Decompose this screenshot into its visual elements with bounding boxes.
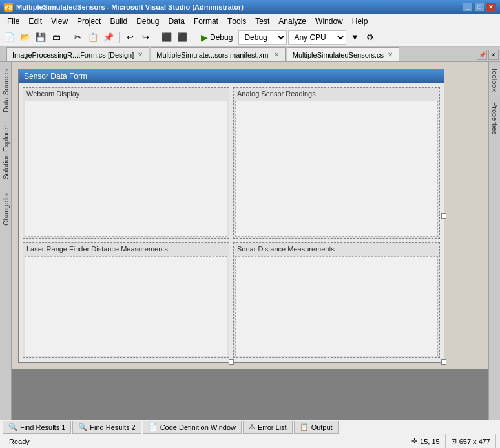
sidebar-data-sources[interactable]: Data Sources (0, 63, 12, 118)
analog-content (235, 101, 438, 237)
status-ready-text: Ready (9, 438, 30, 445)
output-label: Output (311, 423, 333, 431)
error-list-label: Error List (258, 423, 287, 431)
paste-button[interactable]: 📌 (101, 30, 116, 45)
main-layout: Data Sources Solution Explorer Changelis… (0, 62, 500, 420)
toolbar-extra2[interactable]: ⬛ (175, 30, 189, 45)
size-text: 657 x 477 (459, 438, 490, 445)
menu-build[interactable]: Build (105, 14, 132, 28)
new-button[interactable]: 📄 (3, 30, 17, 45)
cut-button[interactable]: ✂ (70, 30, 85, 45)
code-def-icon: 📄 (149, 423, 158, 431)
bottom-tab-find1[interactable]: 🔍 Find Results 1 (3, 421, 71, 434)
canvas-area: Sensor Data Form Webcam Display Analog S… (12, 62, 488, 420)
webcam-panel: Webcam Display (23, 87, 229, 239)
separator-1 (67, 32, 67, 43)
menu-analyze[interactable]: Analyze (274, 14, 311, 28)
app-icon: VS (4, 3, 13, 12)
analog-label: Analog Sensor Readings (234, 88, 439, 100)
find1-label: Find Results 1 (20, 423, 65, 431)
tab-image-processing-close[interactable]: ✕ (137, 50, 143, 59)
menu-edit[interactable]: Edit (24, 14, 47, 28)
tab-manifest-label: MultipleSimulate...sors.manifest.xml (156, 51, 269, 59)
tab-close-all-button[interactable]: ✕ (488, 50, 499, 60)
sonar-content (235, 256, 438, 356)
resize-handle-right[interactable] (441, 213, 446, 219)
menu-view[interactable]: View (47, 14, 72, 28)
menu-debug[interactable]: Debug (132, 14, 163, 28)
open-button[interactable]: 📂 (18, 30, 32, 45)
bottom-tab-output[interactable]: 📋 Output (294, 421, 339, 434)
copy-button[interactable]: 📋 (86, 30, 100, 45)
menu-project[interactable]: Project (72, 14, 105, 28)
laser-panel: Laser Range Finder Distance Measurements (23, 242, 229, 358)
tab-bar-actions: 📌 ✕ (477, 50, 499, 61)
bottom-tab-code-def[interactable]: 📄 Code Definition Window (143, 421, 242, 434)
menu-tools[interactable]: Tools (223, 14, 251, 28)
tab-image-processing[interactable]: ImageProcessingR...tForm.cs [Design] ✕ (6, 47, 149, 61)
tab-bar: ImageProcessingR...tForm.cs [Design] ✕ M… (0, 47, 500, 62)
toolbar: 📄 📂 💾 🗃 ✂ 📋 📌 ↩ ↪ ⬛ ⬛ ▶ Debug Debug Rele… (0, 28, 500, 47)
status-bar: Ready ✛ 15, 15 ⊡ 657 x 477 (0, 434, 500, 448)
title-bar: VS MultipleSimulatedSensors - Microsoft … (0, 0, 500, 14)
menu-data[interactable]: Data (164, 14, 189, 28)
form-designer: Sensor Data Form Webcam Display Analog S… (12, 62, 488, 369)
output-icon: 📋 (300, 423, 309, 431)
find2-icon: 🔍 (78, 423, 87, 431)
tab-manifest[interactable]: MultipleSimulate...sors.manifest.xml ✕ (151, 47, 285, 61)
laser-content (25, 256, 227, 356)
design-form[interactable]: Sensor Data Form Webcam Display Analog S… (18, 69, 444, 363)
form-body: Webcam Display Analog Sensor Readings La… (19, 83, 444, 362)
tab-manifest-close[interactable]: ✕ (273, 50, 280, 59)
menu-window[interactable]: Window (311, 14, 348, 28)
cpu-dropdown[interactable]: Any CPU x86 x64 (288, 30, 346, 45)
form-title: Sensor Data Form (24, 72, 87, 81)
size-icon: ⊡ (451, 437, 457, 445)
separator-4 (193, 32, 193, 43)
save-all-button[interactable]: 🗃 (49, 30, 63, 45)
resize-handle-bottom[interactable] (229, 359, 234, 365)
menu-test[interactable]: Test (251, 14, 274, 28)
menu-help[interactable]: Help (348, 14, 373, 28)
sonar-label: Sonar Distance Measurements (234, 243, 439, 255)
analog-panel: Analog Sensor Readings (233, 87, 440, 239)
redo-button[interactable]: ↪ (138, 30, 152, 45)
sidebar-changelist[interactable]: Changelist (0, 186, 12, 231)
save-button[interactable]: 💾 (34, 30, 48, 45)
position-icon: ✛ (411, 437, 417, 445)
sidebar-toolbox[interactable]: Toolbox (489, 62, 501, 97)
minimize-button[interactable]: _ (463, 3, 473, 12)
status-ready: Ready (4, 434, 406, 448)
left-panel: Data Sources Solution Explorer Changelis… (0, 62, 12, 420)
error-list-icon: ⚠ (249, 423, 255, 431)
menu-format[interactable]: Format (189, 14, 223, 28)
close-button[interactable]: ✕ (486, 3, 496, 12)
sonar-panel: Sonar Distance Measurements (233, 242, 440, 358)
config-manager-button[interactable]: ▼ (348, 30, 362, 45)
code-def-label: Code Definition Window (160, 423, 236, 431)
form-title-bar: Sensor Data Form (19, 69, 444, 83)
toolbar-extra1[interactable]: ⬛ (160, 30, 174, 45)
menu-file[interactable]: File (3, 14, 24, 28)
sidebar-solution-explorer[interactable]: Solution Explorer (0, 120, 12, 186)
undo-button[interactable]: ↩ (123, 30, 137, 45)
menu-bar: File Edit View Project Build Debug Data … (0, 14, 500, 28)
attach-button[interactable]: ⚙ (363, 30, 377, 45)
title-bar-title: MultipleSimulatedSensors - Microsoft Vis… (16, 3, 463, 11)
tab-cs[interactable]: MultipleSimulatedSensors.cs ✕ (287, 47, 399, 61)
bottom-tab-error-list[interactable]: ⚠ Error List (243, 421, 293, 434)
laser-label: Laser Range Finder Distance Measurements (23, 243, 229, 255)
sidebar-properties[interactable]: Properties (489, 97, 501, 140)
tab-cs-close[interactable]: ✕ (387, 50, 393, 59)
debug-play-button[interactable]: ▶ Debug (196, 30, 237, 45)
debug-config-dropdown[interactable]: Debug Release (238, 30, 287, 45)
resize-handle-corner[interactable] (441, 359, 446, 365)
tab-cs-label: MultipleSimulatedSensors.cs (293, 51, 384, 59)
debug-label: Debug (210, 33, 233, 42)
bottom-tab-find2[interactable]: 🔍 Find Results 2 (72, 421, 141, 434)
separator-3 (156, 32, 156, 43)
separator-2 (119, 32, 120, 43)
tab-pin-button[interactable]: 📌 (477, 50, 487, 60)
maximize-button[interactable]: □ (474, 3, 484, 12)
title-bar-controls: _ □ ✕ (463, 3, 496, 12)
